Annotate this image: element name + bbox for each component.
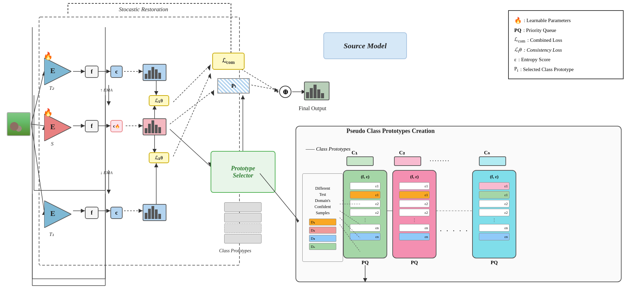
svg-rect-58 [39,17,239,265]
encoder-S: E [44,114,71,141]
legend-pi-label: : Selected Class Prototype [520,65,574,74]
f-block-S: f [85,120,99,132]
S-label: S [51,141,54,147]
legend-pi: Pi : Selected Class Prototype [514,64,618,74]
svg-marker-63 [44,201,71,228]
T1-label: T₁ [49,231,54,237]
domain-text: DifferentTestDomain'sConfidentSamples [315,185,331,216]
pq-dots: . . . . . . [440,224,476,233]
svg-marker-23 [139,124,143,128]
legend-box: 🔥 : Learnable Parameters PQ : Priority Q… [508,10,624,79]
l1-theta-box: ℒ₁θ [149,95,169,106]
cp-label-inside: —— Class Prototypes [306,146,351,152]
svg-marker-55 [241,95,245,99]
svg-marker-41 [208,73,211,79]
fe-label-3: (f, ε) [490,174,498,180]
svg-line-40 [173,73,211,156]
svg-marker-19 [81,124,85,128]
stochastic-label: Stocastic Restoration [119,6,168,13]
final-output-histogram [304,82,329,100]
l1-theta-label: ℒ₁θ [155,98,163,104]
cn-label: Cₙ [484,150,490,156]
circle-plus: ⊕ [279,86,291,98]
class-prototypes-label: Class Prototypes [219,248,251,254]
prototype-selector-label: PrototypeSelector [231,165,255,179]
svg-text:E: E [50,66,55,75]
svg-marker-29 [107,190,111,194]
pi-box: Pᵢ [217,78,250,94]
fire-icon-S: 🔥 [43,108,53,117]
svg-line-50 [170,129,211,167]
ema-label-top: ↑ EMA [100,87,112,93]
f-block-T1: f [85,207,99,219]
legend-lcom: ℒcom : Combined Loss [514,35,618,45]
svg-marker-39 [207,65,211,71]
encoder-T1: E [44,201,71,228]
svg-marker-17 [107,101,111,105]
svg-marker-15 [154,91,158,95]
svg-line-3 [31,124,44,126]
pq-cylinder-2: (f, ε) ε1 ε1 ε2 ε2 ⋮ εn εn PQ [392,170,436,265]
l2-theta-label: ℒ₂θ [155,155,163,161]
f-block-T2: f [85,66,99,78]
svg-marker-47 [275,89,279,93]
svg-line-44 [251,85,279,90]
histogram-T1 [143,204,166,221]
T2-label: T₂ [49,85,54,91]
svg-line-2 [31,71,44,124]
encoder-T2: E [44,58,71,85]
svg-marker-59 [44,58,71,85]
svg-marker-13 [139,69,143,73]
histogram-T2 [143,64,166,81]
fe-label-2: (f, ε) [410,174,418,180]
svg-line-42 [170,90,214,124]
legend-pq: PQ : Priority Queue [514,26,618,35]
final-output-label: Final Output [292,105,333,112]
svg-marker-37 [154,163,158,167]
c-block-S: c🔥 [110,120,123,132]
fire-icon-T2: 🔥 [43,52,53,61]
fe-label-1: (f, ε) [361,174,369,180]
svg-marker-9 [81,69,85,73]
legend-li-theta: ℒiθ : Consistency Loss [514,45,618,55]
c1-bar [346,156,374,166]
histogram-S [143,118,166,135]
pq-label-2: PQ [392,260,436,266]
svg-line-38 [173,65,211,102]
lcom-label: ℒcom [222,57,235,65]
pq-cylinder-3: (f, ε) ε1 ε1 ε2 ε2 ⋮ εn εn PQ [472,170,516,265]
domain-samples-box: DifferentTestDomain'sConfidentSamples D₁… [302,173,343,262]
class-prototypes-stack [224,202,262,247]
source-model-label: Source Model [344,41,387,50]
svg-marker-31 [81,209,85,213]
svg-line-4 [31,124,44,211]
svg-marker-43 [211,90,214,96]
legend-fire: 🔥 : Learnable Parameters [514,15,618,26]
svg-marker-45 [274,88,279,92]
diagram-container: Stocastic Restoration E f c T₂ ↑ EMA 🔥 E… [0,0,644,289]
svg-marker-21 [106,124,110,128]
legend-pq-label: : Priority Queue [523,26,556,35]
ema-label-bottom: ↓ EMA [100,170,112,175]
cn-bar [479,156,506,166]
pseudo-box-title: Pseudo Class Prototypes Creation [346,128,435,135]
svg-marker-33 [106,209,110,213]
legend-fire-label: : Learnable Parameters [524,16,571,25]
source-model-box: Source Model [323,32,407,59]
svg-text:E: E [50,122,55,131]
c-block-T2: c [110,66,123,78]
legend-epsilon-label: : Entropy Score [518,55,550,64]
input-image [7,112,31,136]
pi-label: Pᵢ [231,83,236,89]
svg-marker-35 [139,209,143,213]
svg-marker-11 [106,69,110,73]
lcom-box: ℒcom [212,53,245,70]
pq-label-1: PQ [343,260,387,266]
c1-label: C₁ [352,150,357,156]
c-block-T1: c [110,207,123,219]
c2-label: C₂ [399,150,405,156]
c2-bar [394,156,421,166]
dots-label: ........ [430,156,450,163]
l2-theta-box: ℒ₂θ [149,152,169,163]
svg-marker-61 [44,114,71,141]
